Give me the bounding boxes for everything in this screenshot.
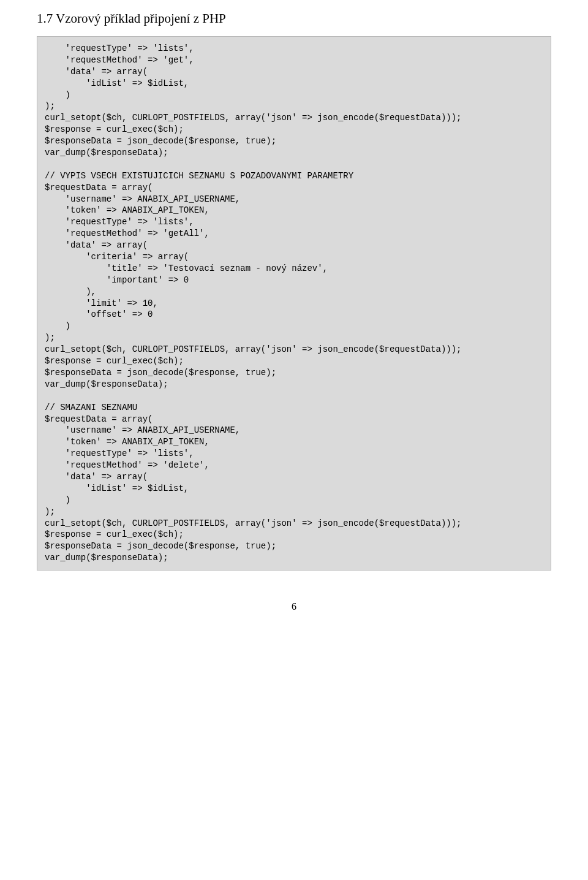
section-title: 1.7 Vzorový příklad připojení z PHP bbox=[37, 11, 551, 26]
page-number: 6 bbox=[37, 601, 551, 612]
code-block: 'requestType' => 'lists', 'requestMethod… bbox=[37, 36, 551, 571]
page-container: 1.7 Vzorový příklad připojení z PHP 'req… bbox=[0, 0, 588, 649]
